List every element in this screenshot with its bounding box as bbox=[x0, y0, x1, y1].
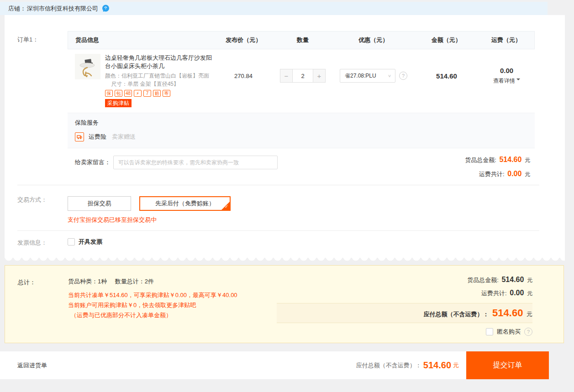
order-subtotals: 货品总金额: 514.60 元 运费共计: 0.00 元 bbox=[465, 156, 535, 184]
seller-message-input[interactable] bbox=[113, 156, 278, 169]
order-items-table: 货品信息 发布价（元） 数量 优惠（元） 金额（元） 运费（元） bbox=[68, 31, 535, 193]
anonymous-checkbox[interactable] bbox=[486, 328, 493, 335]
trade-method-options: 担保交易 先采后付（免费赊账） ✓ bbox=[68, 196, 231, 211]
footer-payable-label: 应付总额（不含运费）： bbox=[356, 361, 421, 370]
discount-cell: 省27.08:PLU ∨ ? bbox=[332, 54, 415, 98]
summary-counts: 货品种类：1种 数量总计：2件 bbox=[68, 277, 237, 286]
trade-option-guarantee[interactable]: 担保交易 bbox=[68, 196, 131, 211]
product-title[interactable]: 边桌轻奢角几岩板大理石边几客厅沙发阳台小圆桌床头柜小茶几 bbox=[105, 54, 214, 70]
message-label: 给卖家留言： bbox=[75, 156, 111, 169]
payable-unit: 元 bbox=[527, 311, 532, 318]
caret-down-icon bbox=[516, 78, 520, 82]
footer-payable-unit: 元 bbox=[453, 361, 459, 370]
insurance-title: 保险服务 bbox=[75, 119, 535, 127]
footer-payable: 应付总额（不含运费）： 514.60 元 bbox=[356, 351, 459, 379]
invoice-checkbox[interactable] bbox=[68, 238, 75, 246]
badge-compensate-icon: 赔 bbox=[153, 90, 161, 97]
promo-line-1: 当前共计凑单￥514.60，可享采购津贴￥0.00，最高可享￥40.00 bbox=[68, 290, 237, 300]
badge-7day-icon: 7 bbox=[143, 90, 151, 97]
insurance-item: 运费险 卖家赠送 bbox=[75, 132, 535, 141]
message-left: 给卖家留言： bbox=[75, 156, 278, 184]
badge-return-icon: 包 bbox=[115, 90, 122, 97]
trade-option-credit-selected[interactable]: 先采后付（免费赊账） ✓ bbox=[139, 196, 231, 211]
summary-freight-row: 运费共计: 0.00 元 bbox=[277, 289, 532, 298]
table-header-row: 货品信息 发布价（元） 数量 优惠（元） 金额（元） 运费（元） bbox=[68, 31, 535, 49]
freight-cell: 0.00 查看详情 bbox=[479, 54, 535, 98]
message-row: 给卖家留言： 货品总金额: 514.60 元 运费共计: 0.00 元 bbox=[68, 148, 535, 193]
col-header-goods: 货品信息 bbox=[68, 36, 214, 44]
back-to-cart-link[interactable]: 返回进货单 bbox=[17, 351, 47, 379]
insurance-row: 保险服务 运费险 卖家赠送 bbox=[68, 113, 535, 148]
trade-method-label: 交易方式： bbox=[17, 196, 47, 204]
summary-freight-unit: 元 bbox=[527, 290, 532, 297]
wangwang-chat-icon[interactable] bbox=[102, 5, 110, 12]
summary-goods-value: 514.60 bbox=[501, 276, 524, 283]
col-header-freight: 运费（元） bbox=[478, 36, 534, 44]
amount-cell: 514.60 bbox=[415, 54, 479, 98]
quantity-input[interactable] bbox=[293, 69, 313, 83]
anonymous-label[interactable]: 匿名购买 bbox=[497, 328, 521, 336]
divider bbox=[17, 230, 539, 231]
order-card: 订单1： 货品信息 发布价（元） 数量 优惠（元） 金额（元） 运费（元） bbox=[5, 15, 565, 258]
product-image[interactable] bbox=[75, 54, 100, 79]
goods-total-label: 货品总金额: bbox=[465, 157, 496, 163]
quantity-minus-button[interactable]: − bbox=[280, 69, 293, 83]
badge-48h-icon: 48 bbox=[124, 90, 132, 97]
divider bbox=[17, 185, 539, 185]
discount-help-icon[interactable]: ? bbox=[399, 72, 407, 80]
freight-total-row: 运费共计: 0.00 元 bbox=[465, 170, 530, 178]
freight-total-unit: 元 bbox=[525, 171, 530, 178]
product-color: 颜色：信利亚工厂直销雪山白【岩板】亮面 bbox=[105, 73, 209, 79]
invoice-checkbox-label[interactable]: 开具发票 bbox=[79, 238, 102, 246]
summary-label: 总计： bbox=[18, 278, 36, 287]
table-row: 边桌轻奢角几岩板大理石边几客厅沙发阳台小圆桌床头柜小茶几 颜色：信利亚工厂直销雪… bbox=[68, 49, 535, 113]
goods-total-value: 514.60 bbox=[499, 156, 521, 163]
freight-total-label: 运费共计: bbox=[479, 171, 505, 178]
col-header-discount: 优惠（元） bbox=[332, 36, 415, 44]
invoice-label: 发票信息： bbox=[17, 239, 47, 247]
trade-option-credit-label: 先采后付（免费赊账） bbox=[155, 199, 215, 208]
order-number-label: 订单1： bbox=[17, 36, 38, 44]
freight-insurance-icon bbox=[75, 132, 84, 141]
selected-check-icon: ✓ bbox=[221, 201, 230, 210]
summary-right: 货品总金额: 514.60 元 运费共计: 0.00 元 应付总额（不含运费）：… bbox=[277, 276, 532, 336]
summary-freight-value: 0.00 bbox=[510, 289, 524, 297]
promo-line-2: 当前账户可用采购津贴￥0，快去领取更多津贴吧 bbox=[68, 300, 237, 310]
col-header-qty: 数量 bbox=[273, 36, 332, 44]
quantity-cell: − + bbox=[273, 54, 332, 98]
freight-detail-label: 查看详情 bbox=[493, 78, 515, 84]
badge-sample-icon: 寄 bbox=[163, 90, 170, 97]
summary-freight-label: 运费共计: bbox=[481, 290, 507, 297]
tear-edge-decoration bbox=[5, 258, 565, 262]
quantity-plus-button[interactable]: + bbox=[313, 69, 326, 83]
goods-total-unit: 元 bbox=[525, 157, 530, 163]
summary-goods-row: 货品总金额: 514.60 元 bbox=[277, 276, 532, 284]
payable-label: 应付总额（不含运费）： bbox=[423, 311, 489, 318]
insurance-name: 运费险 bbox=[89, 133, 106, 141]
discount-select[interactable]: 省27.08:PLU ∨ bbox=[340, 69, 395, 83]
goods-cell: 边桌轻奢角几岩板大理石边几客厅沙发阳台小圆桌床头柜小茶几 颜色：信利亚工厂直销雪… bbox=[68, 54, 214, 107]
badge-guarantee-icon: 保 bbox=[105, 90, 113, 97]
invoice-line: 开具发票 bbox=[68, 238, 102, 246]
submit-order-button[interactable]: 提交订单 bbox=[466, 351, 549, 379]
summary-panel: 总计： 货品种类：1种 数量总计：2件 当前共计凑单￥514.60，可享采购津贴… bbox=[5, 265, 564, 343]
anonymous-row: 匿名购买 ? bbox=[277, 328, 532, 336]
purchase-subsidy-badge: 采购津贴 bbox=[105, 99, 132, 107]
quantity-stepper: − + bbox=[280, 69, 326, 83]
col-header-amount: 金额（元） bbox=[415, 36, 479, 44]
anonymous-help-icon[interactable]: ? bbox=[524, 328, 532, 336]
service-badges: 保 包 48 ⚡ 7 赔 寄 bbox=[105, 90, 214, 97]
summary-left: 货品种类：1种 数量总计：2件 当前共计凑单￥514.60，可享采购津贴￥0.0… bbox=[68, 277, 237, 320]
publish-price-cell: 270.84 bbox=[214, 54, 273, 98]
store-bar: 店铺： 深圳市信利亚科技有限公司 bbox=[0, 2, 548, 15]
summary-quantity-total: 数量总计：2件 bbox=[115, 278, 154, 285]
goods-total-row: 货品总金额: 514.60 元 bbox=[465, 156, 530, 164]
summary-promo-lines: 当前共计凑单￥514.60，可享采购津贴￥0.00，最高可享￥40.00 当前账… bbox=[68, 290, 237, 320]
product-size: 尺寸：单层 金架【直径45】 bbox=[111, 81, 179, 87]
insurance-note: 卖家赠送 bbox=[112, 133, 136, 141]
product-attrs: 颜色：信利亚工厂直销雪山白【岩板】亮面 尺寸：单层 金架【直径45】 bbox=[105, 72, 214, 88]
store-name: 深圳市信利亚科技有限公司 bbox=[27, 5, 98, 13]
freight-detail-link[interactable]: 查看详情 bbox=[493, 77, 520, 85]
summary-kinds: 货品种类：1种 bbox=[68, 278, 107, 285]
badge-fast-refund-icon: ⚡ bbox=[134, 90, 142, 97]
